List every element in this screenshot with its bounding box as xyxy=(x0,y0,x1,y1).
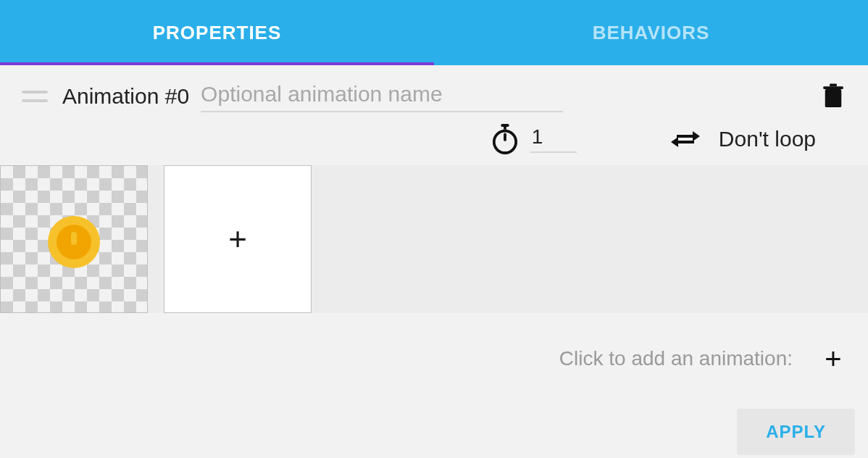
svg-rect-1 xyxy=(823,86,843,89)
tab-bar: PROPERTIES BEHAVIORS xyxy=(0,0,868,65)
loop-icon xyxy=(671,127,700,151)
svg-rect-2 xyxy=(830,84,837,87)
frame-duration-input[interactable] xyxy=(530,125,577,153)
add-animation-row: Click to add an animation: + xyxy=(0,313,868,393)
frame-thumbnail-0[interactable] xyxy=(0,165,148,313)
properties-panel: Animation #0 Don't xyxy=(0,65,868,455)
add-animation-label: Click to add an animation: xyxy=(559,347,793,370)
loop-toggle[interactable]: Don't loop xyxy=(671,127,816,151)
tab-behaviors-label: BEHAVIORS xyxy=(593,22,710,44)
svg-rect-0 xyxy=(825,89,842,107)
apply-button-label: APPLY xyxy=(766,422,826,441)
animation-header: Animation #0 xyxy=(0,65,868,116)
coin-sprite-icon xyxy=(45,213,103,271)
svg-rect-9 xyxy=(71,232,77,245)
add-animation-button[interactable]: + xyxy=(820,346,846,372)
timer-control xyxy=(491,124,577,154)
loop-label: Don't loop xyxy=(719,127,816,151)
tab-properties-label: PROPERTIES xyxy=(153,22,282,44)
apply-button[interactable]: APPLY xyxy=(737,409,855,455)
drag-handle-icon[interactable] xyxy=(22,91,48,102)
timing-row: Don't loop xyxy=(0,116,868,165)
tab-properties[interactable]: PROPERTIES xyxy=(0,0,434,65)
footer: APPLY xyxy=(0,393,868,455)
tab-behaviors[interactable]: BEHAVIORS xyxy=(434,0,868,65)
svg-rect-6 xyxy=(504,133,506,141)
plus-icon: + xyxy=(825,344,841,373)
plus-icon: + xyxy=(228,223,247,255)
trash-icon xyxy=(822,83,844,109)
animation-title: Animation #0 xyxy=(62,84,189,109)
delete-animation-button[interactable] xyxy=(820,82,846,111)
animation-name-input[interactable] xyxy=(201,80,563,112)
add-frame-button[interactable]: + xyxy=(164,165,312,313)
frames-row: + xyxy=(0,165,868,313)
timer-icon xyxy=(491,124,519,154)
svg-rect-4 xyxy=(504,126,506,130)
